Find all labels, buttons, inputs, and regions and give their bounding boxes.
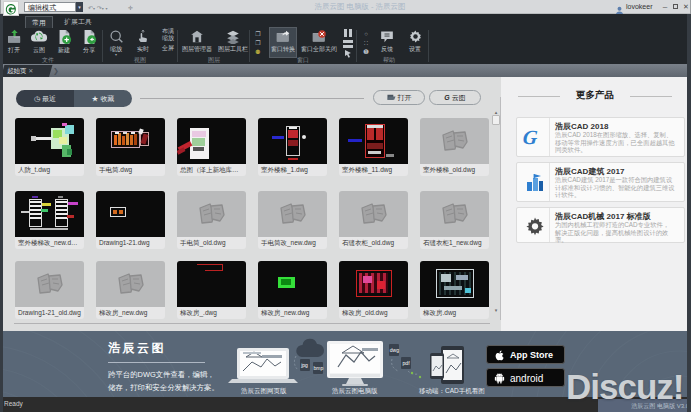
svg-text:dwg: dwg	[390, 347, 399, 353]
svg-text:移动端：CAD手机看图: 移动端：CAD手机看图	[419, 387, 485, 395]
svg-text:浩辰云图网页版: 浩辰云图网页版	[241, 387, 287, 395]
svg-text:bmp: bmp	[314, 365, 324, 371]
svg-text:pdf: pdf	[403, 360, 411, 366]
svg-text:浩辰云图电脑版: 浩辰云图电脑版	[332, 387, 378, 395]
svg-text:jpg: jpg	[300, 362, 308, 368]
